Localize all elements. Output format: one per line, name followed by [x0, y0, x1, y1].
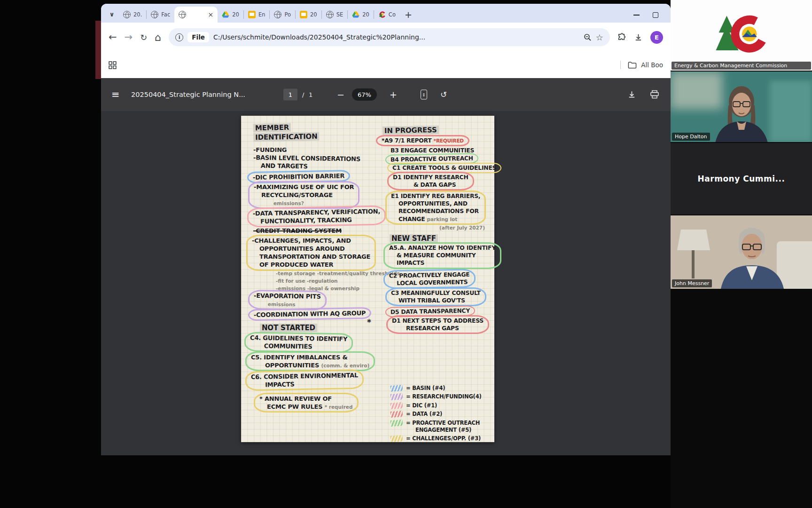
pdf-zoom-in-button[interactable]: + — [390, 89, 397, 100]
note-annual-review: * ANNUAL REVIEW OF ECMC PW RULES * requi… — [258, 394, 359, 413]
legend-item-data: = DATA (#2) — [390, 411, 482, 418]
pdf-menu-icon[interactable]: ≡ — [111, 89, 120, 100]
close-tab-icon[interactable]: × — [208, 11, 214, 18]
tab-7[interactable]: 20 — [296, 7, 321, 23]
tab-5[interactable]: En — [244, 7, 270, 23]
outreach-swatch-icon — [390, 420, 403, 427]
globe-icon — [274, 11, 281, 18]
pdf-zoom-out-button[interactable]: − — [337, 89, 344, 100]
note-data-transparency: -DATA TRANSPARENCY, VERIFICATION, FUNCTI… — [251, 207, 386, 228]
pdf-download-icon[interactable] — [627, 90, 636, 99]
pdf-zoom-level[interactable]: 67% — [352, 88, 377, 101]
hope-dalton-video — [706, 77, 776, 142]
participant-tile-john-messner[interactable]: John Messner — [671, 215, 812, 289]
pdf-page-total: 1 — [309, 91, 312, 98]
tab-label: Po — [284, 11, 291, 18]
fit-page-icon: ↕ — [421, 90, 427, 100]
all-bookmarks-label: All Boo — [641, 61, 663, 69]
basin-swatch-icon — [390, 385, 403, 392]
pdf-fit-page-button[interactable]: ↕ — [421, 90, 427, 100]
note-challenges-subnotes: -temp storage -treatment/quality thresho… — [276, 270, 400, 292]
pdf-rotate-button[interactable]: ↺ — [440, 90, 447, 99]
note-funding: -FUNDING — [253, 146, 287, 154]
color-legend: = BASIN (#4) = RESEARCH/FUNDING(4) = DIC… — [390, 385, 482, 444]
participant-tile-hope-dalton[interactable]: Hope Dalton — [671, 71, 812, 142]
dic-swatch-icon — [390, 402, 403, 409]
legend-item-outreach: = PROACTIVE OUTREACH ENGAGEMENT (#5) — [390, 420, 482, 434]
globe-icon — [123, 11, 131, 18]
legend-item-challenges: = CHALLENGES/OPP. (#3) — [390, 435, 482, 442]
forward-button[interactable]: → — [125, 32, 133, 43]
pdf-content-area[interactable]: MEMBER IDENTIFICATION -FUNDING -BASIN LE… — [101, 111, 671, 455]
participant-tile-ecmc[interactable]: Energy & Carbon Management Commission — [671, 0, 812, 71]
member-identification-header: MEMBER IDENTIFICATION — [255, 123, 318, 143]
pdf-page-input[interactable]: 1 — [283, 89, 297, 101]
extensions-puzzle-icon[interactable] — [617, 33, 626, 42]
note-c6: C6. CONSIDER ENVIRONMENTAL IMPACTS — [250, 371, 364, 391]
tab-4[interactable]: 20 — [218, 7, 243, 23]
legend-item-research: = RESEARCH/FUNDING(4) — [390, 393, 482, 400]
tab-10[interactable]: Co — [374, 7, 400, 23]
tab-label: En — [258, 11, 265, 18]
minimize-icon[interactable] — [633, 15, 640, 16]
back-button[interactable]: ← — [109, 32, 117, 43]
tab-search-button[interactable]: ∨ — [105, 8, 119, 21]
note-d1: D1 IDENTIFY RESEARCH & DATA GAPS — [391, 173, 474, 190]
apps-grid-icon[interactable] — [109, 61, 117, 69]
downloads-icon[interactable] — [634, 33, 643, 42]
participant-tile-harmony[interactable]: Harmony Cummi... — [671, 143, 812, 214]
tab-9[interactable]: 20 — [348, 7, 374, 23]
note-uic: -MAXIMIZING USE OF UIC FOR RECYCLING/STO… — [252, 183, 359, 209]
drive-icon — [222, 11, 229, 18]
tab-label: SE — [336, 11, 344, 18]
file-scheme-badge: File — [187, 32, 209, 42]
url-text[interactable]: C:/Users/schmite/Downloads/20250404_Stra… — [213, 33, 579, 41]
challenges-swatch-icon — [390, 435, 403, 442]
maximize-icon[interactable] — [653, 12, 658, 18]
asterisk-mark: * — [367, 317, 371, 327]
new-tab-button[interactable]: + — [405, 9, 412, 20]
all-bookmarks[interactable]: All Boo — [620, 61, 663, 69]
legend-item-basin: = BASIN (#4) — [390, 385, 482, 392]
participant-name-label: Hope Dalton — [672, 133, 710, 141]
note-d1-next-steps: D1 NEXT STEPS TO ADDRESS RESEARCH GAPS — [390, 317, 489, 334]
folder-icon — [628, 61, 637, 69]
separator — [620, 61, 621, 69]
tab-1[interactable]: 20. — [119, 7, 146, 23]
tab-label: Fac — [161, 11, 170, 18]
tab-6[interactable]: Po — [270, 7, 295, 23]
globe-icon — [151, 11, 158, 18]
bookmarks-bar: All Boo — [101, 52, 671, 78]
participant-name-label: John Messner — [672, 279, 712, 287]
pdf-page-divider: / — [302, 91, 304, 98]
pdf-title: 20250404_Strategic Planning N... — [131, 91, 245, 98]
research-swatch-icon — [390, 394, 403, 401]
globe-icon — [326, 11, 334, 18]
note-c4: C4. GUIDELINES TO IDENTIFY COMMUNITIES — [249, 333, 353, 353]
in-progress-header: IN PROGRESS — [384, 126, 437, 136]
address-bar[interactable]: i File C:/Users/schmite/Downloads/202504… — [169, 28, 610, 46]
globe-icon — [179, 11, 186, 18]
bookmark-star-icon[interactable]: ☆ — [596, 32, 603, 42]
note-credit-trading: -CREDIT TRADING SYSTEM — [253, 227, 342, 235]
tab-2[interactable]: Fac — [147, 7, 174, 23]
window-controls — [633, 12, 658, 18]
info-icon[interactable]: i — [175, 33, 183, 41]
browser-window: ∨ 20. Fac × 20 En Po 20 SE 20 Co + — [101, 4, 671, 455]
slides-icon — [248, 11, 256, 18]
browser-toolbar: ← → ↻ ⌂ i File C:/Users/schmite/Download… — [101, 23, 671, 52]
data-swatch-icon — [390, 411, 403, 418]
reload-button[interactable]: ↻ — [140, 32, 147, 42]
chevron-down-icon: ∨ — [109, 11, 115, 18]
tab-8[interactable]: SE — [322, 7, 348, 23]
pdf-print-icon[interactable] — [650, 90, 659, 99]
notes-document-page: MEMBER IDENTIFICATION -FUNDING -BASIN LE… — [241, 116, 494, 442]
tab-active[interactable]: × — [174, 7, 218, 23]
home-button[interactable]: ⌂ — [155, 32, 161, 43]
zoom-out-icon[interactable] — [584, 33, 592, 41]
note-basin: -BASIN LEVEL CONSIDERATIONSAND TARGETS — [253, 153, 360, 171]
drive-icon — [352, 11, 359, 18]
participant-name-label: Harmony Cummi... — [698, 174, 785, 183]
pdf-toolbar: ≡ 20250404_Strategic Planning N... 1 / 1… — [101, 78, 671, 111]
profile-avatar[interactable]: E — [650, 31, 663, 44]
